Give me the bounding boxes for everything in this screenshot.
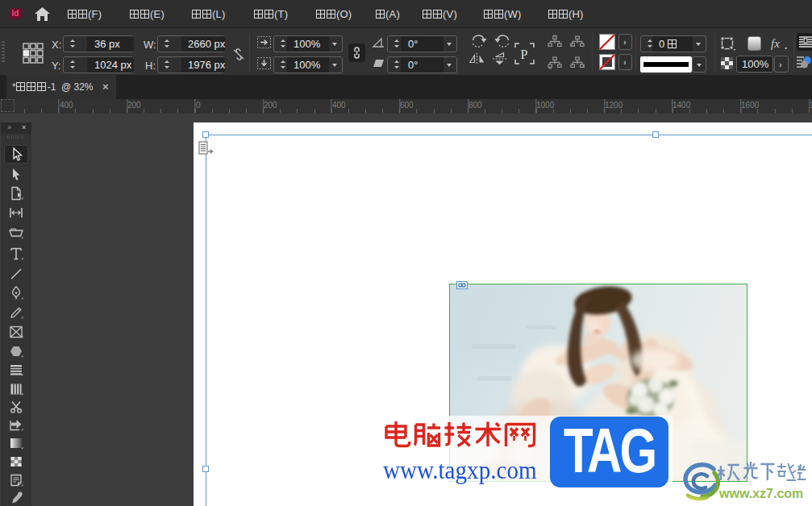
svg-text:P: P: [521, 48, 528, 61]
svg-text:fx: fx: [771, 37, 780, 50]
svg-text:www.xz7.com: www.xz7.com: [718, 487, 803, 500]
